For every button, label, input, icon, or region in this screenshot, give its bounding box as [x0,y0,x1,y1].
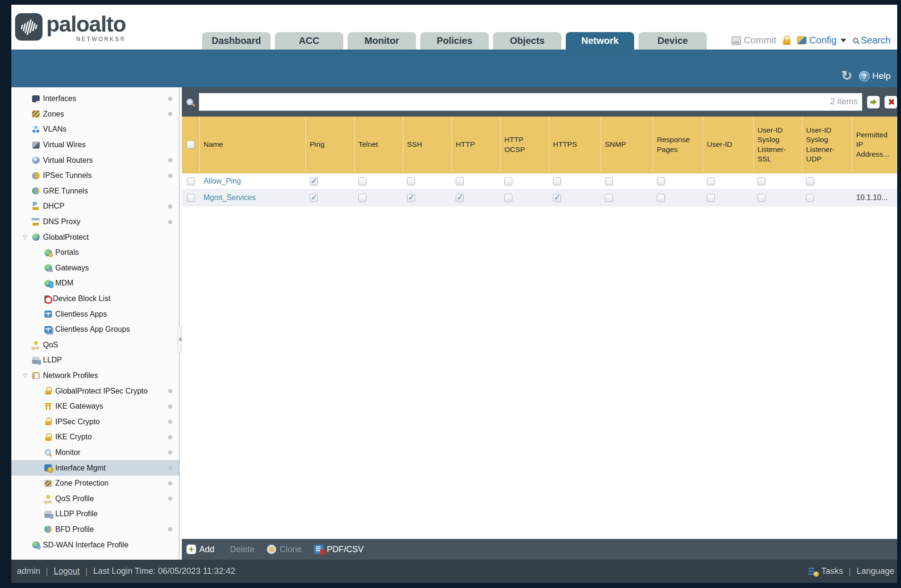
sidebar-item-gre-tunnels[interactable]: GRE Tunnels [11,184,179,199]
unchecked-checkbox[interactable] [757,177,765,185]
checked-checkbox[interactable] [310,194,318,202]
column-header-response-pages[interactable]: Response Pages [653,117,703,173]
column-header-http[interactable]: HTTP [452,117,501,173]
sidebar-item-dns-proxy[interactable]: DNS Proxy [11,214,179,230]
chevron-down-icon [841,39,846,42]
help-button[interactable]: ? Help [859,71,891,82]
sidebar-item-gateways[interactable]: Gateways [11,260,179,276]
unchecked-checkbox[interactable] [707,194,715,202]
sidebar-item-label: GRE Tunnels [43,187,88,195]
tab-device[interactable]: Device [638,32,707,50]
sidebar-item-clientless-app-groups[interactable]: Clientless App Groups [11,322,179,337]
sidebar-item-ike-gateways[interactable]: IKE Gateways [11,399,179,414]
sidebar-item-globalprotect-ipsec-crypto[interactable]: GlobalProtect IPSec Crypto [11,383,179,399]
sidebar-item-zone-protection[interactable]: Zone Protection [11,476,179,491]
unchecked-checkbox[interactable] [358,177,366,185]
config-menu-button[interactable]: Config [797,35,846,46]
sidebar-item-interface-mgmt[interactable]: Interface Mgmt [11,460,179,476]
sidebar-item-network-profiles[interactable]: ▽Network Profiles [11,368,179,384]
sidebar-item-dhcp[interactable]: DHCP [11,199,179,214]
clone-icon [267,545,276,554]
expander-icon[interactable]: ▽ [23,234,27,241]
tab-acc[interactable]: ACC [275,32,343,50]
sidebar-item-ike-crypto[interactable]: IKE Crypto [11,429,179,445]
column-header-ssh[interactable]: SSH [403,117,452,173]
checked-checkbox[interactable] [456,194,464,202]
sidebar-item-portals[interactable]: Portals [11,245,179,260]
row-select-checkbox[interactable] [187,177,195,185]
sidebar-item-ipsec-tunnels[interactable]: IPSec Tunnels [11,168,179,184]
column-header-user-id-syslog-listener-ssl[interactable]: User-ID Syslog Listener-SSL [754,117,802,173]
unchecked-checkbox[interactable] [757,194,765,202]
unchecked-checkbox[interactable] [504,194,512,202]
sidebar-item-clientless-apps[interactable]: Clientless Apps [11,306,179,322]
column-header-name[interactable]: Name [200,117,306,173]
tab-network[interactable]: Network [566,32,634,50]
sidebar-item-qos[interactable]: QoS [11,337,179,353]
sidebar-item-qos-profile[interactable]: QoS Profile [11,491,179,506]
tab-objects[interactable]: Objects [493,32,561,50]
unchecked-checkbox[interactable] [605,194,613,202]
unchecked-checkbox[interactable] [605,177,613,185]
filter-input[interactable] [199,93,862,111]
tasks-button[interactable]: Tasks [821,566,843,576]
checked-checkbox[interactable] [310,177,318,185]
commit-button[interactable]: Commit [731,35,776,46]
column-header-user-id[interactable]: User-ID [703,117,754,173]
status-dot [168,174,172,178]
sidebar-item-lldp-profile[interactable]: LLDP Profile [11,506,179,522]
unchecked-checkbox[interactable] [806,194,814,202]
lock-icon[interactable] [783,39,790,45]
tab-policies[interactable]: Policies [420,32,489,50]
clear-filter-button[interactable] [884,96,897,109]
add-icon: + [187,545,196,554]
service-cell-telnet [355,190,403,206]
language-button[interactable]: Language [857,566,894,576]
checked-checkbox[interactable] [553,194,561,202]
unchecked-checkbox[interactable] [657,177,665,185]
column-header-permitted-ip-address[interactable]: Permitted IP Address... [852,117,897,173]
unchecked-checkbox[interactable] [407,177,415,185]
column-header-snmp[interactable]: SNMP [601,117,653,173]
column-header-http-ocsp[interactable]: HTTP OCSP [501,117,549,173]
sidebar-item-zones[interactable]: Zones [11,107,179,122]
unchecked-checkbox[interactable] [657,194,665,202]
unchecked-checkbox[interactable] [806,177,814,185]
tab-dashboard[interactable]: Dashboard [202,32,271,50]
column-header-ping[interactable]: Ping [306,117,355,173]
logout-link[interactable]: Logout [54,566,80,576]
refresh-icon[interactable]: ↻ [841,69,852,83]
sidebar-item-vlans[interactable]: VLANs [11,122,179,137]
unchecked-checkbox[interactable] [553,177,561,185]
sidebar-item-globalprotect[interactable]: ▽GlobalProtect [11,229,179,245]
apply-filter-button[interactable] [867,96,880,109]
tab-monitor[interactable]: Monitor [348,32,416,50]
sidebar-item-interfaces[interactable]: Interfaces [11,91,179,107]
sidebar-item-virtual-wires[interactable]: Virtual Wires [11,137,179,153]
row-name-link[interactable]: Mgmt_Services [200,190,306,206]
pdf-csv-button[interactable]: PDF/CSV [314,545,364,554]
sidebar-item-device-block-list[interactable]: Device Block List [11,291,179,307]
unchecked-checkbox[interactable] [456,177,464,185]
add-button[interactable]: +Add [187,545,214,554]
sidebar-item-monitor[interactable]: Monitor [11,445,179,461]
sidebar-item-bfd-profile[interactable]: BFD Profile [11,522,179,538]
row-select-checkbox[interactable] [187,194,195,202]
sidebar-item-lldp[interactable]: LLDP [11,353,179,368]
sidebar-collapse-handle[interactable] [178,326,182,353]
select-all-checkbox[interactable] [187,141,195,149]
unchecked-checkbox[interactable] [358,194,366,202]
unchecked-checkbox[interactable] [707,177,715,185]
unchecked-checkbox[interactable] [504,177,512,185]
row-name-link[interactable]: Allow_Ping [200,173,306,189]
column-header-user-id-syslog-listener-udp[interactable]: User-ID Syslog Listener-UDP [802,117,852,173]
sidebar-item-sd-wan-interface-profile[interactable]: SD-WAN Interface Profile [11,537,179,553]
expander-icon[interactable]: ▽ [23,372,27,379]
sidebar-item-mdm[interactable]: MDM [11,276,179,291]
column-header-telnet[interactable]: Telnet [355,117,403,173]
global-search-button[interactable]: Search [853,35,891,46]
sidebar-item-virtual-routers[interactable]: Virtual Routers [11,152,179,168]
checked-checkbox[interactable] [407,194,415,202]
column-header-https[interactable]: HTTPS [549,117,601,173]
sidebar-item-ipsec-crypto[interactable]: IPSec Crypto [11,414,179,429]
